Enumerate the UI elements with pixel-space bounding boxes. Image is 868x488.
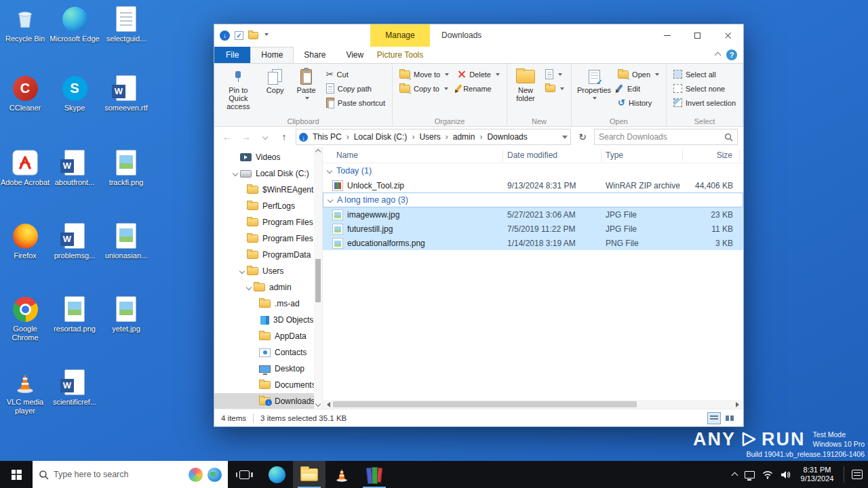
nav-item-local-disk[interactable]: Local Disk (C:): [214, 165, 322, 182]
column-header-size[interactable]: Size: [683, 149, 740, 161]
history-button[interactable]: ↺History: [614, 96, 663, 110]
desktop-icon-adobe-acrobat[interactable]: Adobe Acrobat: [0, 149, 50, 187]
explorer-search-input[interactable]: [599, 132, 722, 142]
file-row-imagewww[interactable]: imagewww.jpg 5/27/2021 3:06 AM JPG File …: [323, 207, 743, 222]
breadcrumb-local-disk[interactable]: Local Disk (C:): [351, 132, 411, 142]
desktop-icon-resortad[interactable]: resortad.png: [50, 296, 100, 333]
taskbar-search-input[interactable]: [54, 470, 184, 479]
nav-item-winreagent[interactable]: $WinREAgent: [214, 182, 322, 198]
desktop-icon-problemsg[interactable]: problemsg...: [50, 222, 100, 260]
taskbar-winrar-button[interactable]: [358, 461, 391, 488]
breadcrumb[interactable]: This PC › Local Disk (C:) › Users › admi…: [296, 129, 571, 145]
copy-button[interactable]: Copy: [260, 66, 291, 96]
file-row-futurestill[interactable]: futurestill.jpg 7/5/2019 11:22 PM JPG Fi…: [323, 222, 743, 236]
desktop-icon-firefox[interactable]: Firefox: [0, 222, 50, 260]
up-button[interactable]: ↑: [277, 129, 292, 144]
taskbar-edge-button[interactable]: [260, 461, 293, 488]
group-header-a-long-time-ago[interactable]: A long time ago (3): [323, 192, 743, 207]
nav-item-program-files[interactable]: Program Files: [214, 214, 322, 230]
breadcrumb-users[interactable]: Users: [416, 132, 443, 142]
breadcrumb-downloads[interactable]: Downloads: [484, 132, 530, 142]
nav-item-documents[interactable]: Documents: [214, 377, 322, 393]
nav-item-admin[interactable]: admin: [214, 279, 322, 296]
scroll-up-icon[interactable]: [315, 149, 321, 155]
qat-customize-button[interactable]: [264, 33, 269, 38]
select-none-button[interactable]: Select none: [669, 81, 740, 96]
details-view-button[interactable]: [707, 412, 721, 424]
taskbar-explorer-button[interactable]: [293, 461, 326, 488]
tab-share[interactable]: Share: [294, 47, 336, 63]
tab-picture-tools[interactable]: Picture Tools: [370, 47, 430, 63]
paste-shortcut-button[interactable]: Paste shortcut: [322, 96, 389, 110]
network-icon[interactable]: [745, 471, 755, 479]
nav-item-downloads[interactable]: Downloads: [214, 393, 322, 409]
desktop-icon-scientificref[interactable]: scientificref...: [50, 369, 100, 407]
wifi-icon[interactable]: [762, 470, 773, 479]
recent-locations-button[interactable]: [258, 129, 273, 144]
new-item-button[interactable]: [541, 67, 568, 81]
tray-expand-icon[interactable]: [732, 472, 738, 479]
maximize-button[interactable]: [682, 24, 713, 47]
scrollbar-thumb[interactable]: [315, 259, 321, 302]
open-button[interactable]: Open: [614, 67, 663, 81]
copy-path-button[interactable]: Copy path: [322, 81, 389, 96]
scroll-down-icon[interactable]: [315, 401, 321, 407]
desktop-icon-unionasian[interactable]: unionasian...: [101, 222, 151, 260]
pin-to-quick-access-button[interactable]: Pin to Quick access: [217, 66, 260, 112]
tab-view[interactable]: View: [336, 47, 374, 63]
file-row-unlock-tool[interactable]: Unlock_Tool.zip 9/13/2024 8:31 PM WinRAR…: [323, 178, 743, 192]
forward-button[interactable]: →: [239, 129, 254, 144]
chevron-down-icon[interactable]: [246, 285, 252, 290]
breadcrumb-this-pc[interactable]: This PC: [309, 132, 345, 142]
desktop-icon-yetet[interactable]: yetet.jpg: [101, 296, 151, 333]
explorer-search[interactable]: [594, 129, 738, 145]
rename-button[interactable]: Rename: [453, 81, 504, 96]
minimize-button[interactable]: [652, 24, 682, 47]
task-view-button[interactable]: [228, 461, 260, 488]
contextual-tab-header[interactable]: Manage: [370, 24, 430, 47]
desktop-icon-trackfi[interactable]: trackfi.png: [101, 149, 151, 187]
address-dropdown-icon[interactable]: [562, 136, 568, 142]
edit-button[interactable]: Edit: [614, 81, 663, 96]
group-header-today[interactable]: Today (1): [323, 163, 743, 178]
ribbon-collapse-button[interactable]: [715, 52, 722, 59]
tab-file[interactable]: File: [214, 47, 250, 63]
easy-access-button[interactable]: [541, 81, 568, 96]
delete-button[interactable]: Delete: [453, 67, 504, 81]
taskbar-clock[interactable]: 8:31 PM 9/13/2024: [798, 466, 836, 483]
column-header-date-modified[interactable]: Date modified: [503, 149, 601, 161]
desktop-icon-selectguid[interactable]: selectguid...: [101, 5, 151, 43]
taskbar-vlc-button[interactable]: [326, 461, 358, 488]
desktop-icon-google-chrome[interactable]: Google Chrome: [0, 296, 50, 342]
nav-item-perflogs[interactable]: PerfLogs: [214, 198, 322, 214]
close-button[interactable]: [713, 24, 743, 47]
cut-button[interactable]: ✂Cut: [322, 67, 389, 81]
qat-new-folder-button[interactable]: [248, 32, 258, 39]
volume-icon[interactable]: [781, 470, 791, 479]
select-all-button[interactable]: Select all: [669, 67, 740, 81]
desktop-icon-edge[interactable]: Microsoft Edge: [50, 5, 100, 43]
nav-item-contacts[interactable]: Contacts: [214, 344, 322, 361]
refresh-button[interactable]: ↻: [575, 129, 590, 144]
scroll-left-icon[interactable]: [323, 400, 332, 409]
move-to-button[interactable]: Move to: [395, 67, 453, 81]
desktop-icon-skype[interactable]: Skype: [50, 75, 100, 113]
desktop-icon-someeven[interactable]: someeven.rtf: [101, 75, 151, 113]
desktop-icon-vlc[interactable]: VLC media player: [0, 369, 50, 415]
qat-properties-button[interactable]: [235, 31, 243, 40]
column-header-type[interactable]: Type: [601, 149, 683, 161]
nav-item-programdata[interactable]: ProgramData: [214, 247, 322, 263]
chevron-down-icon[interactable]: [239, 268, 245, 274]
new-folder-button[interactable]: New folder: [510, 66, 541, 104]
nav-item-ms-ad[interactable]: .ms-ad: [214, 296, 322, 312]
paste-button[interactable]: Paste: [291, 66, 322, 103]
scrollbar-thumb[interactable]: [333, 401, 637, 407]
large-icons-view-button[interactable]: [723, 412, 736, 424]
invert-selection-button[interactable]: Invert selection: [669, 96, 740, 110]
desktop-icon-recycle-bin[interactable]: Recycle Bin: [0, 5, 50, 43]
start-button[interactable]: [0, 461, 33, 488]
help-button[interactable]: [726, 49, 737, 60]
horizontal-scrollbar[interactable]: [323, 400, 743, 409]
nav-item-users[interactable]: Users: [214, 263, 322, 279]
desktop-icon-ccleaner[interactable]: CCleaner: [0, 75, 50, 113]
